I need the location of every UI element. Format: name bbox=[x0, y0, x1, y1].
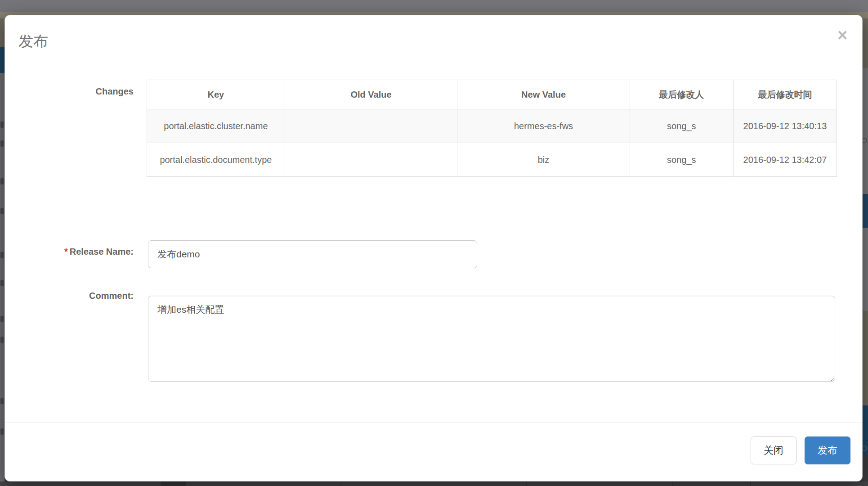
cell-old-value bbox=[285, 109, 457, 143]
release-modal: 发布 × Changes Key Old Value New Value 最后修… bbox=[4, 15, 863, 482]
changes-label: Changes bbox=[5, 86, 134, 97]
cell-new-value: hermes-es-fws bbox=[457, 109, 630, 143]
backdrop-fragment bbox=[0, 252, 4, 258]
release-name-label-text: Release Name: bbox=[70, 247, 134, 256]
comment-label: Comment: bbox=[5, 291, 134, 301]
backdrop-fragment bbox=[0, 337, 4, 343]
release-name-input[interactable] bbox=[148, 240, 477, 268]
footer-buttons: 关闭 发布 bbox=[751, 436, 850, 464]
col-header-modified-time: 最后修改时间 bbox=[733, 80, 837, 109]
changes-table: Key Old Value New Value 最后修改人 最后修改时间 por… bbox=[147, 80, 837, 177]
backdrop-band bbox=[0, 0, 868, 12]
backdrop-fragment bbox=[161, 482, 185, 486]
close-icon[interactable]: × bbox=[832, 25, 852, 45]
modal-footer: 关闭 发布 bbox=[5, 423, 862, 482]
backdrop-fragment bbox=[185, 482, 186, 486]
backdrop-fragment bbox=[0, 398, 4, 404]
backdrop-fragment bbox=[340, 482, 341, 486]
col-header-key: Key bbox=[147, 80, 285, 109]
required-asterisk: * bbox=[64, 247, 70, 256]
backdrop-fragment bbox=[0, 140, 4, 147]
backdrop-fragment bbox=[0, 47, 4, 73]
table-header-row: Key Old Value New Value 最后修改人 最后修改时间 bbox=[147, 80, 837, 109]
backdrop-fragment bbox=[750, 482, 751, 486]
cell-modified-by: song_s bbox=[630, 143, 733, 177]
modal-title: 发布 bbox=[18, 32, 48, 52]
backdrop-fragment bbox=[0, 73, 4, 482]
backdrop-band bbox=[0, 482, 868, 486]
backdrop-fragment bbox=[0, 122, 4, 128]
close-button[interactable]: 关闭 bbox=[751, 436, 796, 464]
backdrop-fragment bbox=[0, 178, 4, 184]
table-row: portal.elastic.document.type biz song_s … bbox=[147, 143, 837, 177]
backdrop-fragment bbox=[672, 482, 673, 486]
backdrop-fragment bbox=[0, 316, 4, 322]
cell-new-value: biz bbox=[457, 143, 630, 177]
cell-modified-time: 2016-09-12 13:42:07 bbox=[733, 143, 837, 177]
col-header-old-value: Old Value bbox=[285, 80, 457, 109]
release-name-label: *Release Name: bbox=[5, 247, 134, 257]
cell-modified-by: song_s bbox=[630, 109, 733, 143]
cell-key: portal.elastic.document.type bbox=[147, 143, 285, 177]
backdrop-fragment bbox=[0, 208, 4, 214]
backdrop-fragment bbox=[161, 482, 161, 486]
backdrop-fragment bbox=[526, 482, 527, 486]
col-header-modified-by: 最后修改人 bbox=[630, 80, 733, 109]
modal-header: 发布 × bbox=[5, 15, 862, 65]
cell-key: portal.elastic.cluster.name bbox=[147, 109, 285, 143]
col-header-new-value: New Value bbox=[457, 80, 630, 109]
publish-button[interactable]: 发布 bbox=[805, 436, 850, 464]
comment-textarea[interactable]: 增加es相关配置 bbox=[148, 296, 835, 382]
cell-old-value bbox=[285, 143, 457, 177]
table-row: portal.elastic.cluster.name hermes-es-fw… bbox=[147, 109, 837, 143]
backdrop-fragment bbox=[0, 428, 4, 435]
cell-modified-time: 2016-09-12 13:40:13 bbox=[733, 109, 837, 143]
backdrop-fragment bbox=[0, 280, 4, 286]
